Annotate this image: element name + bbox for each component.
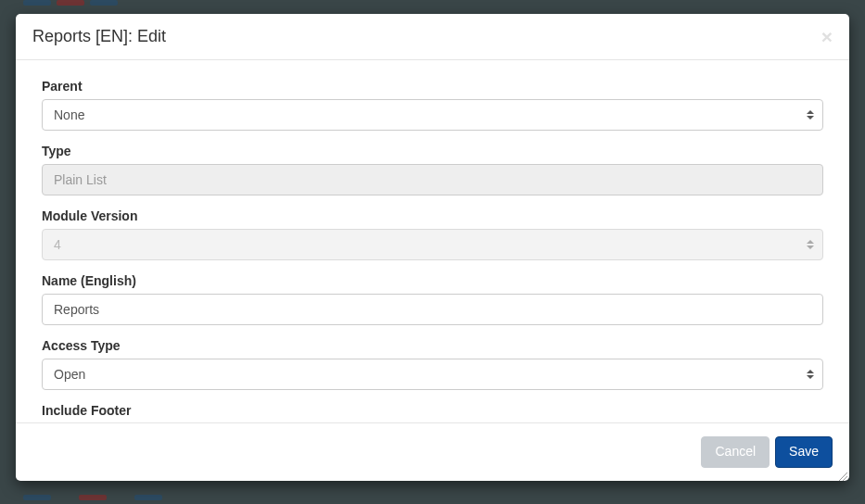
svg-line-0 [839,472,847,481]
field-include-footer: Include Footer No [42,403,823,422]
module-version-select: 4 [42,229,823,260]
modal-footer: Cancel Save [16,422,849,481]
field-type: Type [42,144,823,195]
modal-body: Parent None Type Module Version 4 Name ( [16,60,849,422]
field-name-english: Name (English) [42,273,823,325]
edit-modal: Reports [EN]: Edit × Parent None Type Mo… [16,14,849,481]
field-parent: Parent None [42,79,823,131]
name-english-label: Name (English) [42,273,823,288]
close-icon: × [821,26,833,47]
type-label: Type [42,144,823,158]
modal-header: Reports [EN]: Edit × [16,14,849,60]
name-english-input[interactable] [42,294,823,325]
svg-line-1 [843,476,847,481]
parent-label: Parent [42,79,823,94]
parent-select[interactable]: None [42,99,823,131]
include-footer-label: Include Footer [42,403,823,418]
access-type-label: Access Type [42,338,823,353]
resize-handle-icon [836,468,847,479]
modal-title: Reports [EN]: Edit [32,27,166,46]
access-type-select[interactable]: Open [42,359,823,390]
module-version-label: Module Version [42,208,823,223]
type-input [42,164,823,195]
field-access-type: Access Type Open [42,338,823,390]
close-button[interactable]: × [821,27,833,46]
field-module-version: Module Version 4 [42,208,823,260]
save-button[interactable]: Save [775,436,833,468]
cancel-button[interactable]: Cancel [701,436,770,468]
